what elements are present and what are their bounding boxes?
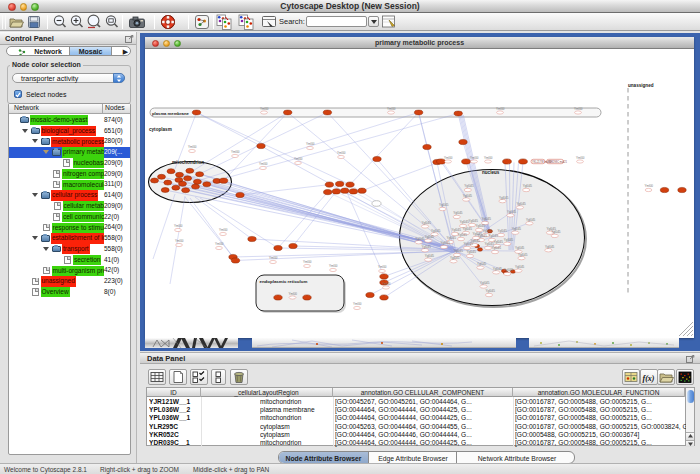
svg-text:cytoplasm: cytoplasm (149, 127, 172, 132)
svg-text:Ygl045: Ygl045 (494, 240, 504, 244)
svg-text:Ygl045: Ygl045 (476, 224, 486, 228)
svg-text:Ygl045: Ygl045 (463, 194, 473, 198)
svg-text:f(x): f(x) (643, 374, 655, 383)
svg-text:Yml00: Yml00 (231, 150, 240, 154)
svg-text:Ygl045: Ygl045 (458, 233, 468, 237)
svg-text:YBR298C mal21: YBR298C mal21 (548, 160, 568, 164)
svg-text:Ygl045: Ygl045 (469, 219, 479, 223)
svg-text:Ygl045: Ygl045 (425, 254, 435, 258)
svg-text:Ygl045: Ygl045 (447, 236, 457, 240)
svg-text:Ygl045: Ygl045 (422, 245, 432, 249)
svg-text:Yml00: Yml00 (444, 156, 453, 160)
svg-text:Ygl045: Ygl045 (425, 235, 435, 239)
svg-text:Ygl045: Ygl045 (507, 210, 517, 214)
svg-text:Ygl045: Ygl045 (518, 253, 528, 257)
svg-text:endoplasmic reticulum: endoplasmic reticulum (260, 279, 308, 284)
svg-text:Yml00: Yml00 (175, 239, 184, 243)
svg-text:Ygl045: Ygl045 (467, 250, 477, 254)
svg-text:Ygl045: Ygl045 (480, 281, 490, 285)
svg-text:Yml00: Yml00 (484, 156, 493, 160)
svg-text:Yml00: Yml00 (289, 292, 298, 296)
svg-text:nucleus: nucleus (482, 170, 500, 175)
svg-text:Ygl045: Ygl045 (492, 246, 502, 250)
svg-text:plasma membrane: plasma membrane (152, 111, 189, 116)
svg-text:Yml00: Yml00 (219, 228, 228, 232)
svg-text:Ygl045: Ygl045 (526, 218, 536, 222)
svg-text:Yml00: Yml00 (294, 157, 303, 161)
svg-text:Ygl045: Ygl045 (516, 202, 526, 206)
svg-text:Yml00: Yml00 (303, 260, 312, 264)
svg-text:Yml00: Yml00 (329, 264, 338, 268)
svg-text:Yml00: Yml00 (306, 142, 315, 146)
svg-text:Ygl045: Ygl045 (486, 289, 496, 293)
svg-text:Ygl045: Ygl045 (452, 228, 462, 232)
svg-text:Ygl045: Ygl045 (515, 265, 525, 269)
svg-text:Ygl045: Ygl045 (464, 242, 474, 246)
svg-text:unassigned: unassigned (628, 83, 654, 88)
svg-text:Yml00: Yml00 (188, 145, 197, 149)
svg-text:Ygl045: Ygl045 (477, 262, 487, 266)
svg-text:Ygl045: Ygl045 (515, 246, 525, 250)
svg-text:Ygl045: Ygl045 (545, 245, 555, 249)
svg-text:Ygl045: Ygl045 (460, 220, 470, 224)
svg-text:Yml00: Yml00 (576, 156, 585, 160)
svg-text:Yml00: Yml00 (387, 107, 396, 111)
svg-text:Ygl045: Ygl045 (498, 229, 508, 233)
svg-text:Yml00: Yml00 (378, 265, 387, 269)
svg-text:Ygl045: Ygl045 (504, 238, 514, 242)
svg-text:Ygl045: Ygl045 (441, 241, 451, 245)
svg-text:Ygl045: Ygl045 (523, 184, 533, 188)
svg-text:Ygl045: Ygl045 (551, 230, 561, 234)
svg-text:Ygl045: Ygl045 (493, 267, 503, 271)
svg-text:Yml00: Yml00 (174, 224, 183, 228)
svg-text:Yml00: Yml00 (645, 184, 654, 188)
svg-text:Ygl045: Ygl045 (439, 203, 449, 207)
svg-text:Yml00: Yml00 (496, 107, 505, 111)
svg-text:Yml00: Yml00 (382, 282, 391, 286)
svg-text:Ygl045: Ygl045 (422, 221, 432, 225)
svg-text:Ygl045: Ygl045 (482, 217, 492, 221)
svg-text:Ygl045: Ygl045 (473, 232, 483, 236)
svg-text:Ygl045: Ygl045 (431, 229, 441, 233)
svg-text:Yml00: Yml00 (215, 242, 224, 246)
svg-text:Yml00: Yml00 (574, 107, 583, 111)
svg-text:Yml00: Yml00 (470, 156, 479, 160)
svg-text:Ygl045: Ygl045 (453, 211, 463, 215)
svg-text:Yml00: Yml00 (259, 162, 268, 166)
svg-text:Ygl045: Ygl045 (512, 227, 522, 231)
svg-text:Ygl045: Ygl045 (463, 227, 473, 231)
svg-text:Ygl045: Ygl045 (483, 229, 493, 233)
svg-text:Yml00: Yml00 (353, 302, 362, 306)
svg-text:Yml00: Yml00 (269, 256, 278, 260)
svg-text:Ygl045: Ygl045 (504, 268, 514, 272)
svg-text:Ygl045: Ygl045 (464, 184, 474, 188)
svg-text:Ygl045: Ygl045 (499, 196, 509, 200)
svg-text:Yml00: Yml00 (260, 107, 269, 111)
svg-text:Ygl045: Ygl045 (454, 249, 464, 253)
svg-text:Ygl045: Ygl045 (415, 237, 425, 241)
svg-text:Ygl045: Ygl045 (489, 234, 499, 238)
svg-text:Ygl045: Ygl045 (450, 256, 460, 260)
svg-text:Yml00: Yml00 (337, 151, 346, 155)
